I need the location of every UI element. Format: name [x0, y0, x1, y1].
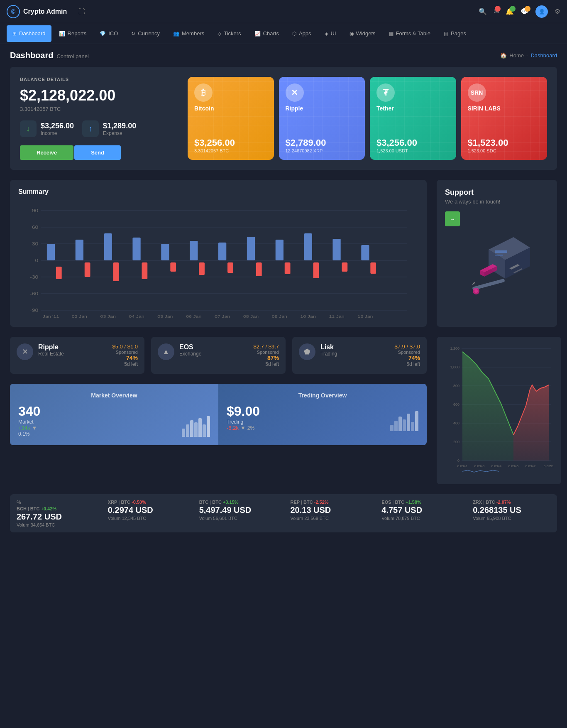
avatar[interactable]: 👤 [535, 5, 548, 18]
nav-item-widgets[interactable]: ◉ Widgets [344, 25, 381, 42]
ripple-stat-card: ✕ Ripple Real Estate $5.0 / $1.0 Sponsor… [10, 337, 144, 374]
lisk-stat-name: Lisk [320, 343, 390, 351]
ticker-item-3: REP | BTC -2.52% 20.13 USD Volum 23,569 … [284, 495, 375, 532]
svg-text:04 Jan: 04 Jan [129, 314, 144, 319]
svg-rect-35 [342, 262, 347, 272]
crypto-cards: ₿ Bitcoin $3,256.00 3.30142057 BTC ✕ Rip… [188, 77, 547, 160]
nav-item-forms-table[interactable]: ▦ Forms & Table [383, 25, 437, 42]
nav-item-reports[interactable]: 📊 Reports [53, 25, 93, 42]
ripple-sub: 12.24670982 XRP [286, 148, 359, 153]
summary-support-row: Summary 90 60 30 [10, 180, 557, 327]
header: © Crypto Admin ⛶ 🔍 ✉ 🔔 💬 👤 ⚙ [0, 0, 567, 23]
market-right-minibars [390, 410, 418, 431]
bell-icon[interactable]: 🔔 [506, 7, 514, 15]
ticker-item-4: EOS | BTC +1.58% 4.757 USD Volum 78,879 … [375, 495, 466, 532]
nav-label-pages: Pages [451, 30, 466, 37]
ripple-sponsored: Sponsored [112, 350, 138, 355]
nav-item-pages[interactable]: ▤ Pages [438, 25, 472, 42]
svg-rect-25 [199, 262, 205, 275]
ico-icon: 💎 [100, 31, 106, 37]
lisk-stat-info: Lisk Trading [320, 343, 390, 357]
svg-text:400: 400 [453, 421, 459, 425]
tether-card: ₮ Tether $3,256.00 1,523.00 USDT [370, 77, 456, 160]
income-stat: ↓ $3,256.00 Income [20, 120, 74, 137]
send-button[interactable]: Send [74, 145, 121, 160]
nav-item-apps[interactable]: ⬡ Apps [286, 25, 317, 42]
balance-stats: ↓ $3,256.00 Income ↑ $1,289.00 Expense [20, 120, 178, 137]
charts-icon: 📈 [254, 31, 261, 37]
ticker-pair-2: BTC | BTC +3.15% [199, 500, 277, 505]
ticker-item-1: XRP | BTC -0.50% 0.2974 USD Volum 12,345… [101, 495, 193, 532]
members-icon: 👥 [173, 31, 179, 37]
ticker-vol-1: Volum 12,345 BTC [108, 516, 186, 521]
ripple-stat-sub: Real Estate [38, 351, 108, 357]
bitcoin-card: ₿ Bitcoin $3,256.00 3.30142057 BTC [188, 77, 274, 160]
svg-text:0: 0 [457, 458, 459, 463]
trading-chart-card: 1,200 1,000 800 600 400 200 0 [437, 337, 561, 484]
pages-icon: ▤ [444, 31, 448, 37]
support-illustration [445, 233, 549, 299]
svg-rect-24 [190, 241, 198, 260]
coin-stats-section: ✕ Ripple Real Estate $5.0 / $1.0 Sponsor… [10, 337, 427, 484]
logo-circle: © [7, 5, 20, 18]
logo-text: Crypto Admin [23, 8, 67, 15]
nav-item-ico[interactable]: 💎 ICO [94, 25, 124, 42]
reports-icon: 📊 [59, 31, 65, 37]
chat-badge [525, 6, 530, 12]
income-icon: ↓ [20, 120, 37, 137]
market-left: Market Overview 340 Market +34k ▼ 0.1% [10, 384, 218, 445]
eos-stat-icon: ▲ [158, 343, 174, 360]
sirin-amount: $1,523.00 [468, 137, 541, 148]
chat-icon[interactable]: 💬 [521, 7, 529, 15]
nav-item-charts[interactable]: 📈 Charts [249, 25, 285, 42]
svg-rect-33 [313, 262, 319, 278]
nav-item-ui[interactable]: ◈ UI [319, 25, 342, 42]
svg-text:08 Jan: 08 Jan [243, 314, 259, 319]
income-value: $3,256.00 [41, 122, 74, 130]
receive-button[interactable]: Receive [20, 145, 73, 160]
lisk-pct: 74% [395, 355, 420, 361]
balance-buttons: Receive Send [20, 145, 178, 160]
lisk-price: $7.9 / $7.0 [395, 343, 420, 350]
svg-rect-19 [113, 262, 119, 281]
svg-text:03 Jan: 03 Jan [100, 314, 116, 319]
nav-label-dashboard: Dashboard [19, 30, 46, 37]
support-arrow-button[interactable]: → [445, 211, 460, 226]
nav-item-dashboard[interactable]: ⊞ Dashboard [7, 25, 51, 42]
market-left-pct: 0.1% [18, 431, 40, 437]
svg-rect-23 [170, 262, 176, 272]
nav-label-reports: Reports [68, 30, 87, 37]
nav-item-members[interactable]: 👥 Members [167, 25, 210, 42]
ripple-stat-name: Ripple [38, 343, 108, 351]
page-title-area: Dashboard Control panel [10, 51, 89, 60]
mail-icon[interactable]: ✉ [494, 7, 499, 15]
svg-rect-36 [361, 245, 369, 260]
eos-days: 5d left [254, 361, 279, 367]
nav-item-tickers[interactable]: ◇ Tickers [212, 25, 247, 42]
sirin-card: SRN SIRIN LABS $1,523.00 1,523.00 SDC [461, 77, 547, 160]
search-icon[interactable]: 🔍 [479, 7, 487, 15]
nav-item-currency[interactable]: ↻ Currency [125, 25, 166, 42]
expense-icon: ↑ [82, 120, 99, 137]
settings-icon[interactable]: ⚙ [555, 7, 560, 15]
nav-label-members: Members [182, 30, 204, 37]
bitcoin-name: Bitcoin [194, 105, 267, 112]
summary-card: Summary 90 60 30 [10, 180, 427, 327]
ticker-pair-4: EOS | BTC +1.58% [381, 500, 459, 505]
svg-text:07 Jan: 07 Jan [215, 314, 230, 319]
ticker-item-5: ZRX | BTC -2.07% 0.268135 US Volum 65,90… [466, 495, 557, 532]
lisk-days: 5d left [395, 361, 420, 367]
widgets-icon: ◉ [349, 31, 354, 37]
expand-icon[interactable]: ⛶ [78, 8, 85, 15]
ticker-pair-0: BCH | BTC +0.42% [17, 506, 94, 511]
nav-label-charts: Charts [263, 30, 279, 37]
nav-label-tickers: Tickers [224, 30, 241, 37]
nav-label-currency: Currency [138, 30, 160, 37]
market-right-value: $9.00 [227, 404, 260, 419]
balance-label: BALANCE DETAILS [20, 77, 178, 82]
svg-text:200: 200 [453, 440, 459, 444]
svg-text:11 Jan: 11 Jan [329, 314, 344, 319]
ticker-change-1: -0.50% [132, 500, 146, 505]
breadcrumb-home[interactable]: Home [509, 52, 524, 59]
lisk-stat-card: ⬟ Lisk Trading $7.9 / $7.0 Sponsored 74%… [292, 337, 427, 374]
